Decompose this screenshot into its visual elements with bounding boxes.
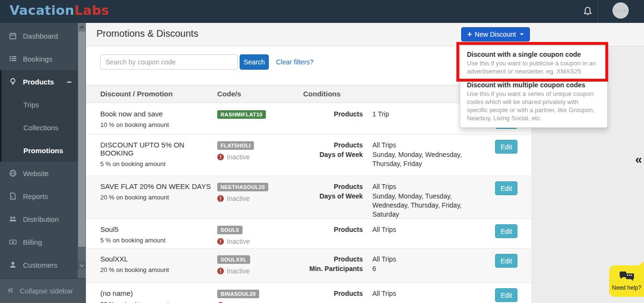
condition-label: Products (303, 225, 363, 234)
coupon-code-badge: BINASOUL20 (217, 290, 259, 298)
condition-value: All Trips (372, 289, 485, 298)
discount-name-cell: DISCOUNT UPTO 5% ON BOOKING5 % on bookin… (100, 141, 215, 167)
clear-filters-link[interactable]: Clear filters? (276, 58, 314, 66)
scroll-up-button[interactable] (78, 23, 86, 31)
sidebar-item-reports[interactable]: xReports (0, 185, 86, 208)
discount-detail: 5 % on booking amount (100, 237, 215, 244)
code-cell: FLAT5HOLI!Inactive (217, 141, 298, 161)
edit-button[interactable]: Edit (495, 254, 517, 268)
condition-value: All Trips (372, 141, 485, 150)
sidebar-products-group: Products–TripsCollectionsPromotions (0, 70, 86, 162)
discount-name: DISCOUNT UPTO 5% ON BOOKING (100, 141, 215, 157)
warning-icon: ! (217, 268, 224, 274)
table-row: SoulXXL20 % on booking amountSOULXXL!Ina… (86, 249, 531, 283)
inactive-status: !Inactive (217, 195, 298, 202)
notifications-bell-icon[interactable] (582, 6, 593, 17)
code-cell: SOUL5!Inactive (217, 225, 298, 245)
edit-button[interactable]: Edit (495, 288, 517, 302)
discount-name: (no name) (100, 289, 215, 297)
code-cell: SOULXXL!Inactive (217, 255, 298, 275)
condition-label: Products (303, 289, 363, 298)
sidebar-item-label: Distribution (23, 215, 59, 223)
search-input[interactable] (100, 54, 238, 70)
user-icon (9, 261, 17, 269)
calendar-icon (9, 32, 17, 40)
sidebar-subitem-collections[interactable]: Collections (1, 116, 86, 139)
sidebar-item-dashboard[interactable]: Dashboard (0, 24, 86, 47)
logo-text-secondary: Labs (74, 3, 109, 18)
inactive-status: !Inactive (217, 238, 298, 245)
user-avatar[interactable]: 30 x 30 (612, 2, 629, 19)
lightbulb-icon (9, 78, 17, 85)
condition-label: Products (303, 110, 363, 119)
discount-name-cell: (no name)20 % on booking amount (100, 289, 215, 303)
discount-detail: 5 % on booking amount (100, 160, 215, 167)
dropdown-item[interactable]: Discount with multiple coupon codesUse t… (460, 80, 607, 123)
scrollbar-thumb[interactable] (78, 31, 85, 247)
condition-value: All Trips (372, 182, 485, 191)
collapse-sidebar-label: Collapse sidebar (20, 287, 73, 295)
dropdown-item[interactable]: Discount with a single coupon codeUse th… (460, 49, 607, 76)
page-title: Promotions & Discounts (96, 28, 198, 39)
discount-name: SoulXXL (100, 255, 215, 263)
sidebar-item-label: Bookings (23, 55, 53, 63)
nav-divider (598, 0, 598, 23)
sidebar-item-website[interactable]: Website (0, 162, 86, 185)
edit-button[interactable]: Edit (495, 140, 517, 154)
sidebar-item-bookings[interactable]: Bookings (0, 47, 86, 70)
table-row: (no name)20 % on booking amountBINASOUL2… (86, 283, 531, 303)
discount-detail: 20 % on booking amount (100, 301, 215, 303)
dropdown-item-description: Use this if you want to publicise a coup… (467, 59, 601, 75)
caret-down-icon (520, 33, 524, 35)
conditions-cell: ProductsAll Trips (303, 225, 485, 234)
new-discount-button[interactable]: + New Discount (461, 27, 530, 42)
collapse-sidebar-button[interactable]: « Collapse sidebar (0, 278, 86, 303)
warning-icon: ! (217, 238, 224, 245)
condition-value: All Trips (372, 255, 485, 264)
globe-icon (9, 169, 17, 177)
sidebar-item-products[interactable]: Products– (1, 70, 86, 93)
search-button[interactable]: Search (240, 54, 269, 70)
top-nav: VacationLabs 30 x 30 (0, 0, 644, 23)
conditions-cell: ProductsAll TripsDays of WeekSunday, Mon… (303, 182, 485, 219)
condition-value: Sunday, Monday, Wednesday, Thursday, Fri… (372, 150, 485, 168)
sidebar-item-label: Reports (23, 192, 48, 200)
users-icon (9, 215, 17, 223)
plus-icon: + (467, 30, 472, 39)
sidebar-item-billing[interactable]: Billing (0, 230, 86, 253)
scroll-down-button[interactable] (78, 261, 86, 270)
sidebar-scrollbar[interactable] (78, 23, 86, 278)
sidebar-item-label: Billing (23, 238, 42, 246)
table-row: SAVE FLAT 20% ON WEEK DAYS20 % on bookin… (86, 176, 531, 219)
code-cell: NEETHASOUL20!Inactive (217, 182, 298, 202)
sidebar-subitem-promotions[interactable]: Promotions (1, 139, 86, 162)
new-discount-label: New Discount (475, 31, 516, 38)
inactive-status: !Inactive (217, 267, 298, 275)
condition-label: Products (303, 255, 363, 264)
sidebar-item-distribution[interactable]: Distribution (0, 208, 86, 230)
discount-detail: 20 % on booking amount (100, 266, 215, 273)
discount-detail: 20 % on booking amount (100, 194, 215, 201)
chevron-up-icon (80, 25, 84, 30)
logo-text-primary: Vacation (10, 3, 74, 18)
condition-label: Days of Week (303, 192, 363, 219)
dropdown-item-title: Discount with a single coupon code (467, 50, 601, 59)
warning-icon: ! (217, 195, 224, 202)
sidebar-subitem-trips[interactable]: Trips (1, 93, 86, 116)
edit-button[interactable]: Edit (495, 181, 517, 195)
sidebar-item-label: Website (23, 169, 49, 178)
coupon-code-badge: SOULXXL (217, 255, 250, 264)
discount-name-cell: Soul55 % on booking amount (100, 225, 215, 244)
collapse-panel-icon[interactable]: « (635, 152, 642, 167)
table-row: Soul55 % on booking amountSOUL5!Inactive… (86, 219, 531, 249)
discount-name-cell: Book now and save10 % on booking amount (100, 110, 215, 128)
condition-value: Sunday, Monday, Tuesday, Wednesday, Thur… (372, 192, 485, 219)
collapse-minus-icon[interactable]: – (67, 77, 72, 87)
condition-label: Days of Week (303, 150, 363, 168)
edit-button[interactable]: Edit (495, 224, 517, 238)
page-header: Promotions & Discounts + New Discount (86, 23, 644, 46)
sidebar-nav: DashboardBookingsProducts–TripsCollectio… (0, 23, 86, 276)
sidebar-item-customers[interactable]: Customers (0, 253, 86, 276)
need-help-button[interactable]: ••• Need help? (609, 265, 644, 297)
new-discount-dropdown: Discount with a single coupon codeUse th… (460, 45, 608, 128)
